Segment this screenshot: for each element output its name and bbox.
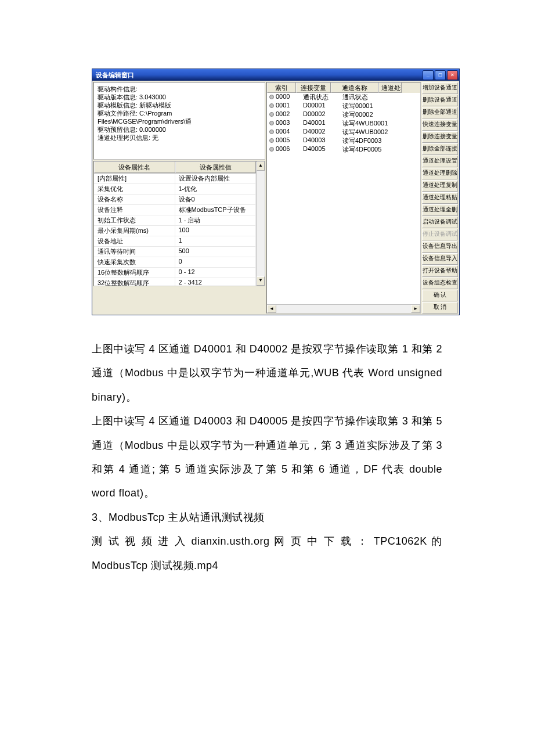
property-row[interactable]: 32位整数解码顺序2 - 3412	[94, 278, 256, 286]
property-value: 1-优化	[175, 184, 257, 194]
property-value: 1	[175, 236, 257, 246]
button-panel: 增加设备通道删除设备通道删除全部通道快速连接变量删除连接变量删除全部连接通道处理…	[422, 82, 458, 314]
channel-index: 0004	[267, 128, 301, 136]
titlebar[interactable]: 设备编辑窗口 _ □ ×	[92, 69, 459, 81]
panel-button[interactable]: 通道处理全删	[422, 204, 458, 216]
property-value: 设置设备内部属性	[175, 174, 257, 183]
channel-row[interactable]: 0005D40003读写4DF0003	[267, 136, 420, 145]
property-value: 0	[175, 257, 257, 267]
ch-header-proc[interactable]: 通道处理	[378, 82, 402, 93]
paragraph-4: 测 试 视 频 进 入 dianxin.usth.org 网 页 中 下 载 ：…	[92, 530, 442, 578]
property-row[interactable]: 设备注释标准ModbusTCP子设备	[94, 205, 256, 215]
bullet-icon	[269, 138, 274, 143]
panel-button[interactable]: 增加设备通道	[422, 82, 458, 94]
property-name: 通讯等待时间	[94, 247, 175, 257]
bullet-icon	[269, 95, 274, 99]
channel-proc	[392, 128, 420, 136]
panel-button[interactable]: 删除全部连接	[422, 143, 458, 155]
bullet-icon	[269, 112, 274, 117]
property-name: 最小采集周期(ms)	[94, 226, 175, 236]
channel-proc	[392, 110, 420, 119]
driver-info-text: 驱动构件信息: 驱动版本信息: 3.043000 驱动模版信息: 新驱动模版 驱…	[93, 82, 265, 160]
channel-name: 读写4WUB0002	[340, 128, 392, 136]
panel-button[interactable]: 通道处理复制	[422, 180, 458, 192]
panel-button[interactable]: 快速连接变量	[422, 119, 458, 131]
property-value: 2 - 3412	[175, 278, 257, 286]
property-name: [内部属性]	[94, 174, 175, 183]
panel-button[interactable]: 打开设备帮助	[422, 265, 458, 277]
channel-row[interactable]: 0003D40001读写4WUB0001	[267, 119, 420, 128]
panel-button[interactable]: 启动设备调试	[422, 217, 458, 228]
channel-row[interactable]: 0006D40005读写4DF0005	[267, 145, 420, 154]
channel-name: 读写00002	[340, 110, 392, 119]
channel-index: 0003	[267, 119, 301, 128]
channel-proc	[392, 119, 420, 128]
ch-header-variable[interactable]: 连接变量	[296, 82, 331, 93]
property-row[interactable]: 快速采集次数0	[94, 257, 256, 268]
panel-button[interactable]: 删除连接变量	[422, 131, 458, 143]
channel-name: 读写00001	[340, 102, 392, 110]
panel-button[interactable]: 设备信息导出	[422, 241, 458, 253]
channel-row[interactable]: 0000通讯状态通讯状态	[267, 93, 420, 102]
channel-index: 0001	[267, 102, 301, 110]
panel-button[interactable]: 设备组态检查	[422, 278, 458, 289]
channel-row[interactable]: 0001D00001读写00001	[267, 102, 420, 110]
panel-button[interactable]: 通道处理设置	[422, 156, 458, 167]
channel-variable: D40005	[301, 145, 340, 154]
channel-index: 0002	[267, 110, 301, 119]
property-table: 设备属性名 设备属性值 [内部属性]设置设备内部属性采集优化1-优化设备名称设备…	[93, 161, 265, 286]
property-row[interactable]: 通讯等待时间500	[94, 247, 256, 257]
panel-button[interactable]: 设备信息导入	[422, 253, 458, 265]
channel-index: 0006	[267, 145, 301, 154]
property-row[interactable]: 设备地址1	[94, 236, 256, 247]
ch-header-index[interactable]: 索引	[267, 82, 296, 93]
property-value: 1 - 启动	[175, 215, 257, 225]
panel-button[interactable]: 确 认	[422, 290, 458, 301]
panel-button[interactable]: 取 消	[422, 302, 458, 314]
ch-header-name[interactable]: 通道名称	[331, 82, 378, 93]
channel-index: 0005	[267, 136, 301, 145]
channel-row[interactable]: 0002D00002读写00002	[267, 110, 420, 119]
property-row[interactable]: [内部属性]设置设备内部属性	[94, 174, 256, 184]
paragraph-2: 上图中读写 4 区通道 D40003 和 D40005 是按四字节操作读取第 3…	[92, 409, 442, 506]
property-row[interactable]: 采集优化1-优化	[94, 184, 256, 195]
channel-variable: D00001	[301, 102, 340, 110]
channel-proc	[392, 145, 420, 154]
channel-variable: D00002	[301, 110, 340, 119]
prop-scrollbar-v[interactable]: ▲▼	[256, 161, 265, 286]
bullet-icon	[269, 121, 274, 125]
property-value: 0 - 12	[175, 268, 257, 278]
bullet-icon	[269, 103, 274, 108]
channel-variable: 通讯状态	[301, 93, 340, 102]
prop-header-name[interactable]: 设备属性名	[94, 161, 175, 173]
panel-button[interactable]: 删除全部通道	[422, 107, 458, 118]
property-row[interactable]: 设备名称设备0	[94, 195, 256, 205]
property-name: 快速采集次数	[94, 257, 175, 267]
channel-name: 读写4DF0005	[340, 145, 392, 154]
property-value: 标准ModbusTCP子设备	[175, 205, 257, 215]
channel-scrollbar-h[interactable]: ◄►	[267, 304, 420, 313]
channel-variable: D40003	[301, 136, 340, 145]
minimize-icon[interactable]: _	[423, 70, 434, 80]
property-row[interactable]: 最小采集周期(ms)100	[94, 226, 256, 236]
channel-name: 通讯状态	[340, 93, 392, 102]
channel-proc	[392, 102, 420, 110]
maximize-icon[interactable]: □	[435, 70, 446, 80]
channel-proc	[392, 136, 420, 145]
property-value: 设备0	[175, 195, 257, 204]
channel-row[interactable]: 0004D40002读写4WUB0002	[267, 128, 420, 136]
prop-header-value[interactable]: 设备属性值	[175, 161, 257, 173]
property-name: 初始工作状态	[94, 215, 175, 225]
property-row[interactable]: 初始工作状态1 - 启动	[94, 215, 256, 226]
property-name: 采集优化	[94, 184, 175, 194]
panel-button[interactable]: 通道处理粘贴	[422, 192, 458, 204]
close-icon[interactable]: ×	[447, 70, 458, 80]
property-value: 500	[175, 247, 257, 257]
channel-index: 0000	[267, 93, 301, 102]
property-row[interactable]: 16位整数解码顺序0 - 12	[94, 268, 256, 278]
bullet-icon	[269, 129, 274, 134]
panel-button[interactable]: 删除设备通道	[422, 95, 458, 106]
property-name: 16位整数解码顺序	[94, 268, 175, 278]
panel-button[interactable]: 通道处理删除	[422, 168, 458, 179]
property-name: 设备名称	[94, 195, 175, 204]
